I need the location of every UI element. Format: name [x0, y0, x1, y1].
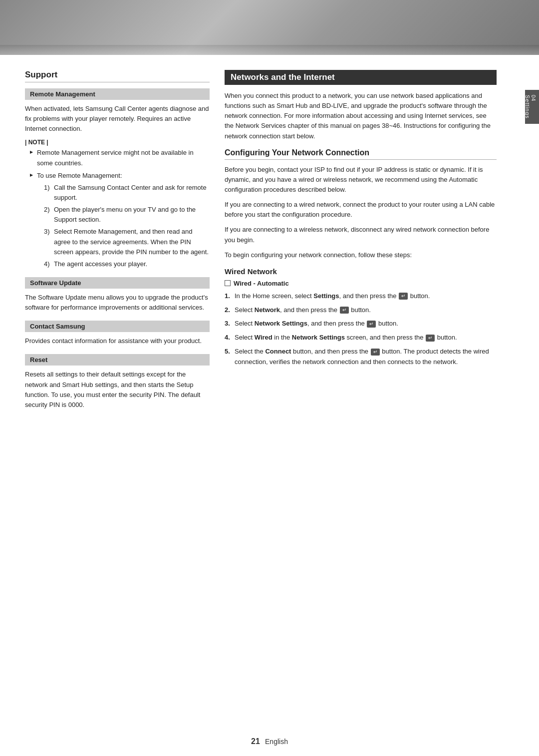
step-4-text: Select Wired in the Network Settings scr…	[235, 333, 457, 343]
contact-samsung-body: Provides contact information for assista…	[25, 336, 210, 346]
footer-lang: English	[265, 738, 288, 746]
remote-management-section: Remote Management When activated, lets S…	[25, 88, 210, 269]
configuring-body3: If you are connecting to a wireless netw…	[225, 225, 497, 245]
step-3-text: Select Network Settings, and then press …	[235, 319, 398, 329]
note-bullets: Remote Management service might not be a…	[25, 148, 210, 269]
side-tab: 04 Settings	[525, 90, 539, 124]
content-wrapper: Support Remote Management When activated…	[0, 55, 539, 433]
software-update-section: Software Update The Software Update menu…	[25, 277, 210, 313]
page-footer: 21 English	[0, 737, 539, 746]
networks-title: Networks and the Internet	[225, 70, 497, 85]
enter-button-icon-2	[340, 307, 349, 314]
step-3: 3. Select Network Settings, and then pre…	[225, 319, 497, 329]
configuring-body1: Before you begin, contact your ISP to fi…	[225, 165, 497, 195]
sub-steps-list: 1) Call the Samsung Contact Center and a…	[37, 183, 210, 269]
checkbox-icon	[225, 280, 231, 286]
reset-section: Reset Resets all settings to their defau…	[25, 354, 210, 410]
side-tab-label: Settings	[525, 95, 531, 119]
contact-samsung-section: Contact Samsung Provides contact informa…	[25, 321, 210, 346]
wired-auto-label: Wired - Automatic	[225, 280, 497, 287]
sub-step-4: 4) The agent accesses your player.	[44, 259, 210, 269]
step-4: 4. Select Wired in the Network Settings …	[225, 333, 497, 343]
software-update-header: Software Update	[25, 277, 210, 289]
note-label: | NOTE |	[25, 139, 210, 146]
configuring-body2: If you are connecting to a wired network…	[225, 200, 497, 220]
reset-header: Reset	[25, 354, 210, 366]
page-number: 21	[251, 737, 260, 746]
reset-body: Resets all settings to their default set…	[25, 370, 210, 410]
step-2-text: Select Network, and then press the butto…	[235, 305, 371, 316]
left-column: Support Remote Management When activated…	[25, 70, 210, 418]
sub-step-1: 1) Call the Samsung Contact Center and a…	[44, 183, 210, 203]
enter-button-icon-5	[371, 349, 380, 356]
right-column: Networks and the Internet When you conne…	[225, 70, 514, 418]
networks-intro: When you connect this product to a netwo…	[225, 91, 497, 141]
bullet-item-1: Remote Management service might not be a…	[30, 148, 210, 168]
sub-step-2: 2) Open the player's menu on your TV and…	[44, 205, 210, 225]
step-5-text: Select the Connect button, and then pres…	[235, 347, 497, 368]
enter-button-icon-1	[399, 293, 408, 300]
configuring-body4: To begin configuring your network connec…	[225, 250, 497, 260]
side-tab-number: 04	[531, 95, 536, 117]
step-1-text: In the Home screen, select Settings, and…	[235, 291, 430, 302]
enter-button-icon-4	[426, 335, 435, 342]
step-5: 5. Select the Connect button, and then p…	[225, 347, 497, 368]
enter-button-icon-3	[367, 321, 376, 328]
sub-step-3: 3) Select Remote Management, and then re…	[44, 227, 210, 257]
contact-samsung-header: Contact Samsung	[25, 321, 210, 332]
bullet-item-2: To use Remote Management: 1) Call the Sa…	[30, 171, 210, 269]
wired-network-title: Wired Network	[225, 267, 497, 276]
configuring-title: Configuring Your Network Connection	[225, 148, 497, 160]
remote-management-header: Remote Management	[25, 88, 210, 100]
step-2: 2. Select Network, and then press the bu…	[225, 305, 497, 316]
support-title: Support	[25, 70, 210, 82]
step-1: 1. In the Home screen, select Settings, …	[225, 291, 497, 302]
steps-list: 1. In the Home screen, select Settings, …	[225, 291, 497, 368]
remote-management-body: When activated, lets Samsung Call Center…	[25, 104, 210, 134]
software-update-body: The Software Update menu allows you to u…	[25, 293, 210, 313]
page-header	[0, 0, 539, 55]
